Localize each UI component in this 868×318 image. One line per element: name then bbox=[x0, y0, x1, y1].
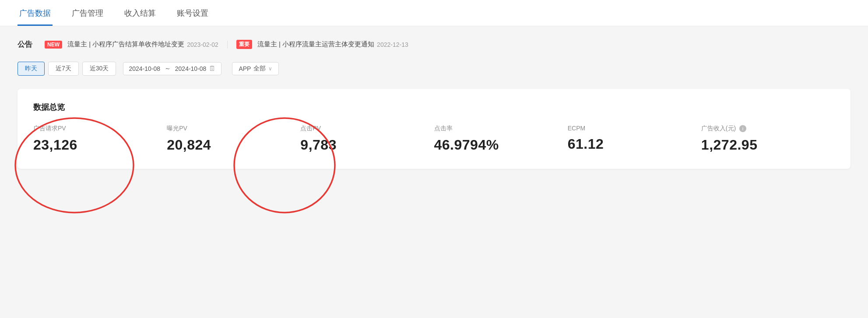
badge-new: NEW bbox=[45, 41, 62, 49]
ann-date-1: 2023-02-02 bbox=[187, 41, 218, 48]
filter-bar: 昨天 近7天 近30天 2024-10-08 ～ 2024-10-08 🗓 AP… bbox=[18, 62, 850, 76]
date-separator: ～ bbox=[163, 65, 172, 73]
app-label: APP bbox=[239, 65, 251, 72]
stat-item-ctr: 点击率 46.9794% bbox=[434, 125, 568, 153]
date-start: 2024-10-08 bbox=[129, 65, 160, 72]
tab-account-settings[interactable]: 账号设置 bbox=[175, 8, 210, 26]
stat-label-ad-revenue: 广告收入(元) i bbox=[701, 125, 826, 133]
announcement-item-2[interactable]: 重要 流量主 | 小程序流量主运营主体变更通知 2022-12-13 bbox=[236, 40, 408, 49]
ann-text-2: 流量主 | 小程序流量主运营主体变更通知 bbox=[257, 40, 374, 49]
stat-value-ad-revenue: 1,272.95 bbox=[701, 137, 826, 153]
stat-label-ad-request-pv: 广告请求PV bbox=[33, 125, 158, 133]
filter-btn-7days[interactable]: 近7天 bbox=[48, 62, 79, 76]
app-selector[interactable]: APP 全部 ∨ bbox=[232, 62, 279, 75]
stat-label-ctr: 点击率 bbox=[434, 125, 559, 133]
ann-text-1: 流量主 | 小程序广告结算单收件地址变更 bbox=[67, 40, 184, 49]
nav-tabs: 广告数据 广告管理 收入结算 账号设置 bbox=[0, 0, 868, 26]
stats-outer: 数据总览 广告请求PV 23,126 曝光PV 20,824 点击PV 9,78… bbox=[18, 89, 850, 169]
main-content: 公告 NEW 流量主 | 小程序广告结算单收件地址变更 2023-02-02 重… bbox=[0, 26, 868, 182]
stat-value-ctr: 46.9794% bbox=[434, 137, 559, 153]
announcement-label: 公告 bbox=[18, 39, 32, 49]
filter-btn-30days[interactable]: 近30天 bbox=[82, 62, 116, 76]
stat-value-click-pv: 9,783 bbox=[300, 137, 425, 153]
stat-item-ad-revenue: 广告收入(元) i 1,272.95 bbox=[701, 125, 835, 153]
tab-ad-management[interactable]: 广告管理 bbox=[70, 8, 105, 26]
ann-divider bbox=[227, 41, 228, 49]
info-icon[interactable]: i bbox=[739, 125, 746, 132]
ann-date-2: 2022-12-13 bbox=[377, 41, 408, 48]
stat-value-ad-request-pv: 23,126 bbox=[33, 137, 158, 153]
filter-btn-yesterday[interactable]: 昨天 bbox=[18, 62, 45, 76]
stat-label-exposure-pv: 曝光PV bbox=[167, 125, 292, 133]
stats-grid: 广告请求PV 23,126 曝光PV 20,824 点击PV 9,783 点击率… bbox=[33, 125, 835, 153]
stat-value-exposure-pv: 20,824 bbox=[167, 137, 292, 153]
stats-section: 数据总览 广告请求PV 23,126 曝光PV 20,824 点击PV 9,78… bbox=[18, 89, 850, 169]
tab-ad-data[interactable]: 广告数据 bbox=[18, 8, 53, 26]
stats-title: 数据总览 bbox=[33, 102, 835, 112]
announcement-item-1[interactable]: NEW 流量主 | 小程序广告结算单收件地址变更 2023-02-02 bbox=[45, 40, 218, 49]
stat-item-exposure-pv: 曝光PV 20,824 bbox=[167, 125, 300, 153]
chevron-down-icon: ∨ bbox=[268, 66, 272, 72]
stat-item-click-pv: 点击PV 9,783 bbox=[300, 125, 434, 153]
badge-important: 重要 bbox=[236, 40, 252, 49]
date-end: 2024-10-08 bbox=[175, 65, 207, 72]
stat-item-ad-request-pv: 广告请求PV 23,126 bbox=[33, 125, 167, 153]
stat-item-ecpm: ECPM 61.12 bbox=[568, 125, 701, 153]
tab-income-settlement[interactable]: 收入结算 bbox=[123, 8, 158, 26]
page-wrapper: 广告数据 广告管理 收入结算 账号设置 公告 NEW 流量主 | 小程序广告结算… bbox=[0, 0, 868, 318]
stat-value-ecpm: 61.12 bbox=[568, 136, 692, 152]
calendar-icon: 🗓 bbox=[209, 65, 216, 73]
stat-label-click-pv: 点击PV bbox=[300, 125, 425, 133]
stat-label-ecpm: ECPM bbox=[568, 125, 692, 132]
date-range-picker[interactable]: 2024-10-08 ～ 2024-10-08 🗓 bbox=[123, 62, 221, 75]
app-value: 全部 bbox=[253, 65, 266, 73]
announcement-bar: 公告 NEW 流量主 | 小程序广告结算单收件地址变更 2023-02-02 重… bbox=[18, 39, 850, 49]
